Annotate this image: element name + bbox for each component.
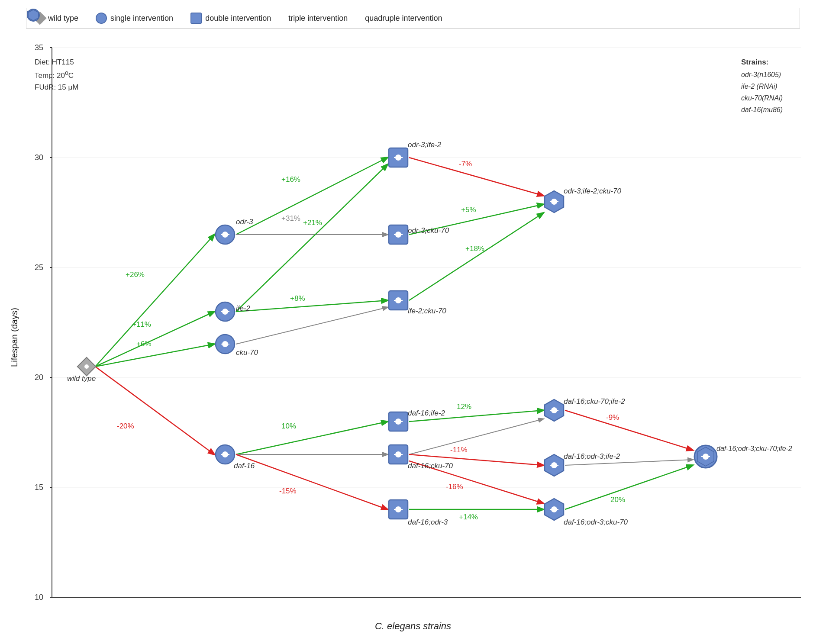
svg-text:+5%: +5% <box>461 206 476 214</box>
label-odr3: odr-3 <box>236 218 253 226</box>
chart-container: wild type single intervention double int… <box>0 0 826 644</box>
svg-text:-9%: -9% <box>606 413 619 422</box>
svg-line-52 <box>409 419 543 454</box>
label-odr3-cku70: odr-3;cku-70 <box>408 226 449 235</box>
label-ife2-cku70: ife-2;cku-70 <box>408 307 446 315</box>
node-daf16-odr3-ife2 <box>545 454 564 476</box>
node-odr3-ife2-cku70 <box>545 191 564 213</box>
svg-text:12%: 12% <box>457 402 471 411</box>
node-quadruple <box>694 445 717 468</box>
svg-line-34 <box>236 164 387 312</box>
svg-text:+14%: +14% <box>459 513 478 521</box>
svg-text:-15%: -15% <box>279 487 297 495</box>
main-chart-svg: 35 30 25 20 15 10 +26% +11% + <box>0 0 826 644</box>
svg-line-22 <box>95 235 214 367</box>
label-daf16-odr3-cku70: daf-16;odr-3;cku-70 <box>564 518 628 526</box>
svg-line-42 <box>236 454 387 509</box>
label-daf16-odr3: daf-16;odr-3 <box>408 518 448 526</box>
svg-text:+16%: +16% <box>281 175 300 184</box>
svg-text:-7%: -7% <box>459 160 472 168</box>
svg-line-39 <box>236 422 387 454</box>
node-daf16-odr3 <box>389 500 408 519</box>
svg-line-44 <box>409 158 543 196</box>
svg-line-28 <box>95 367 214 454</box>
node-ife2-cku70 <box>389 291 408 310</box>
svg-line-59 <box>565 410 693 450</box>
node-odr3-cku70 <box>389 225 408 244</box>
svg-text:10: 10 <box>35 593 43 602</box>
svg-text:10%: 10% <box>281 422 296 430</box>
label-odr3-ife2-cku70: odr-3;ife-2;cku-70 <box>564 187 621 195</box>
svg-text:+11%: +11% <box>132 320 151 328</box>
svg-point-65 <box>84 364 89 369</box>
svg-text:-16%: -16% <box>446 483 463 491</box>
svg-text:35: 35 <box>35 43 43 52</box>
label-daf16-odr3-ife2: daf-16;odr-3;ife-2 <box>564 452 620 460</box>
label-odr3-ife2: odr-3;ife-2 <box>408 141 442 149</box>
svg-text:+8%: +8% <box>290 294 305 303</box>
node-daf16-odr3-cku70 <box>545 499 564 520</box>
svg-text:+21%: +21% <box>303 219 322 227</box>
node-cku70 <box>216 335 235 354</box>
svg-line-38 <box>236 307 387 344</box>
node-wild-type <box>77 357 96 376</box>
node-daf16-ife2 <box>389 412 408 431</box>
node-daf16-cku70-ife2 <box>545 399 564 421</box>
svg-text:+31%: +31% <box>281 214 300 222</box>
node-daf16 <box>216 445 235 464</box>
label-ife2: ife-2 <box>236 304 251 312</box>
svg-text:20: 20 <box>35 373 43 382</box>
node-ife2 <box>216 302 235 321</box>
svg-text:25: 25 <box>35 263 43 272</box>
svg-line-24 <box>95 312 214 367</box>
node-daf16-cku70 <box>389 445 408 464</box>
node-odr3 <box>216 225 235 244</box>
node-odr3-ife2 <box>389 148 408 167</box>
svg-text:+6%: +6% <box>136 340 152 348</box>
label-daf16-cku70-ife2: daf-16;cku-70;ife-2 <box>564 397 625 406</box>
label-wild-type: wild type <box>67 374 96 383</box>
label-daf16: daf-16 <box>234 462 255 470</box>
label-quadruple: daf-16;odr-3;cku-70;ife-2 <box>716 445 792 452</box>
svg-text:+18%: +18% <box>465 245 484 253</box>
label-daf16-ife2: daf-16;ife-2 <box>408 409 445 417</box>
svg-text:-20%: -20% <box>117 422 134 430</box>
label-daf16-cku70: daf-16;cku-70 <box>408 462 453 470</box>
svg-text:30: 30 <box>35 153 43 162</box>
svg-line-36 <box>236 300 387 312</box>
label-cku70: cku-70 <box>236 348 258 357</box>
svg-text:15: 15 <box>35 483 43 492</box>
svg-text:+26%: +26% <box>126 270 145 279</box>
svg-text:-11%: -11% <box>450 446 468 454</box>
svg-text:20%: 20% <box>610 496 625 504</box>
